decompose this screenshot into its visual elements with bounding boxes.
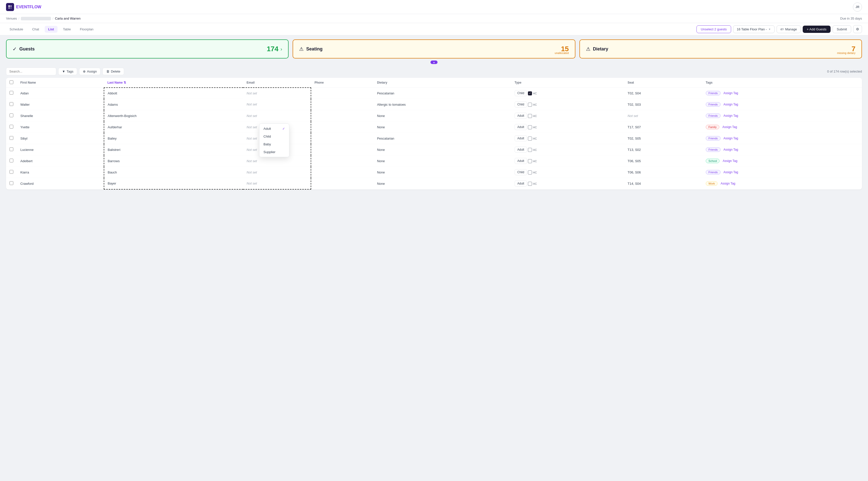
tag-pill[interactable]: Family: [706, 125, 719, 129]
nav-avatar[interactable]: JR: [853, 2, 862, 11]
type-dropdown[interactable]: Adult ✓ Child Baby Supplier: [259, 124, 289, 157]
hc-checkbox[interactable]: [528, 125, 532, 129]
tab-table[interactable]: Table: [60, 26, 74, 33]
manage-button[interactable]: 🏷 Manage: [777, 25, 801, 33]
cell-type[interactable]: Child HC: [511, 167, 624, 178]
type-badge[interactable]: Child: [515, 101, 527, 107]
assign-tag-button[interactable]: Assign Tag: [721, 102, 740, 107]
assign-tag-button[interactable]: Assign Tag: [719, 181, 737, 186]
col-seat[interactable]: Seat: [624, 78, 702, 88]
hc-checkbox[interactable]: [528, 103, 532, 107]
type-badge[interactable]: Adult: [515, 158, 527, 164]
cell-seat: T02, S04: [624, 88, 702, 99]
cell-type[interactable]: Child HC: [511, 99, 624, 110]
col-dietary[interactable]: Dietary: [373, 78, 511, 88]
hc-checkbox[interactable]: [528, 182, 532, 186]
tags-button[interactable]: ▼ Tags: [58, 68, 77, 75]
hc-checkbox[interactable]: [528, 136, 532, 140]
submit-button[interactable]: Submit: [833, 25, 851, 33]
row-checkbox[interactable]: [9, 114, 13, 117]
dropdown-option-child[interactable]: Child: [259, 133, 289, 140]
cell-tags: FriendsAssign Tag: [702, 88, 862, 99]
type-badge[interactable]: Child: [515, 169, 527, 175]
row-checkbox[interactable]: [9, 181, 13, 185]
dropdown-option-baby[interactable]: Baby: [259, 140, 289, 148]
dietary-card[interactable]: ⚠ Dietary 7 missing dietary: [580, 39, 862, 59]
type-badge[interactable]: Child: [515, 90, 527, 96]
type-badge[interactable]: Adult: [515, 135, 527, 141]
assign-tag-button[interactable]: Assign Tag: [721, 91, 740, 95]
assign-tag-button[interactable]: Assign Tag: [720, 125, 739, 129]
breadcrumb-venues[interactable]: Venues: [6, 17, 17, 20]
type-badge[interactable]: Adult: [515, 113, 527, 119]
tag-pill[interactable]: Friends: [706, 102, 720, 107]
assign-tag-button[interactable]: Assign Tag: [720, 159, 739, 163]
tag-pill[interactable]: Friends: [706, 136, 720, 140]
cell-type[interactable]: Adult HC: [511, 122, 624, 133]
tag-pill[interactable]: Friends: [706, 170, 720, 174]
col-first-name[interactable]: First Name: [17, 78, 104, 88]
cell-type[interactable]: Child ✓HC: [511, 88, 624, 99]
hc-label: HC: [533, 92, 537, 95]
cell-type[interactable]: Adult HC: [511, 144, 624, 155]
row-checkbox[interactable]: [9, 125, 13, 129]
due-badge: Due in 35 days: [840, 17, 862, 20]
col-tags[interactable]: Tags: [702, 78, 862, 88]
hc-checkbox[interactable]: [528, 148, 532, 152]
tag-pill[interactable]: Friends: [706, 91, 720, 95]
hc-checkbox[interactable]: [528, 159, 532, 163]
row-checkbox[interactable]: [9, 170, 13, 174]
delete-button[interactable]: 🗑 Delete: [102, 68, 124, 75]
search-input[interactable]: [6, 67, 56, 75]
tab-chat[interactable]: Chat: [29, 26, 42, 33]
cell-type[interactable]: Adult HC: [511, 178, 624, 189]
col-type[interactable]: Type: [511, 78, 624, 88]
trash-icon: 🗑: [106, 69, 110, 73]
type-badge[interactable]: Adult: [515, 147, 527, 153]
dropdown-baby-label: Baby: [264, 142, 271, 146]
unselect-guests-button[interactable]: Unselect 2 guests: [696, 25, 731, 33]
row-checkbox[interactable]: [9, 102, 13, 106]
assign-button[interactable]: ⊕ Assign: [79, 68, 100, 75]
guests-label: Guests: [19, 46, 35, 52]
settings-button[interactable]: ⚙: [853, 25, 862, 33]
hc-checkbox[interactable]: [528, 170, 532, 174]
add-guests-button[interactable]: + Add Guests: [803, 26, 830, 33]
assign-tag-button[interactable]: Assign Tag: [721, 136, 740, 140]
tag-pill[interactable]: Work: [706, 181, 718, 186]
dropdown-option-supplier[interactable]: Supplier: [259, 148, 289, 156]
row-checkbox[interactable]: [9, 91, 13, 95]
tag-pill[interactable]: School: [706, 159, 720, 163]
tab-floorplan[interactable]: Floorplan: [76, 26, 97, 33]
tab-list[interactable]: List: [45, 26, 58, 33]
col-phone[interactable]: Phone: [311, 78, 373, 88]
cell-phone: [311, 133, 373, 144]
tag-pill[interactable]: Friends: [706, 147, 720, 152]
cell-first-name: Shanelle: [17, 110, 104, 122]
row-checkbox[interactable]: [9, 136, 13, 140]
hc-checkbox[interactable]: ✓: [528, 91, 532, 95]
seating-card[interactable]: ⚠ Seating 15 unallocated: [292, 39, 575, 59]
assign-tag-button[interactable]: Assign Tag: [721, 147, 740, 152]
assign-tag-button[interactable]: Assign Tag: [721, 114, 740, 118]
row-checkbox[interactable]: [9, 159, 13, 162]
table-header-row: First Name Last Name ⇅ Email Phone Dieta…: [6, 78, 862, 88]
cell-type[interactable]: Adult HC: [511, 133, 624, 144]
table-row: AdelbertBarrowsNot setNoneAdult HCT06, S…: [6, 155, 862, 167]
assign-tag-button[interactable]: Assign Tag: [721, 170, 740, 174]
col-email[interactable]: Email: [243, 78, 311, 88]
dropdown-option-adult[interactable]: Adult ✓: [259, 125, 289, 133]
cell-type[interactable]: Adult HC: [511, 155, 624, 167]
select-all-checkbox[interactable]: [9, 80, 13, 84]
select-all-header[interactable]: [6, 78, 17, 88]
hc-checkbox[interactable]: [528, 114, 532, 118]
tag-pill[interactable]: Friends: [706, 114, 720, 118]
col-last-name[interactable]: Last Name ⇅: [104, 78, 243, 88]
type-badge[interactable]: Adult: [515, 181, 527, 187]
floor-plan-button[interactable]: 16 Table Floor Plan - ▼: [733, 25, 775, 33]
row-checkbox[interactable]: [9, 147, 13, 151]
cell-type[interactable]: Adult HC: [511, 110, 624, 122]
type-badge[interactable]: Adult: [515, 124, 527, 130]
tab-schedule[interactable]: Schedule: [6, 26, 27, 33]
guests-card[interactable]: ✓ Guests 174 ›: [6, 39, 288, 59]
